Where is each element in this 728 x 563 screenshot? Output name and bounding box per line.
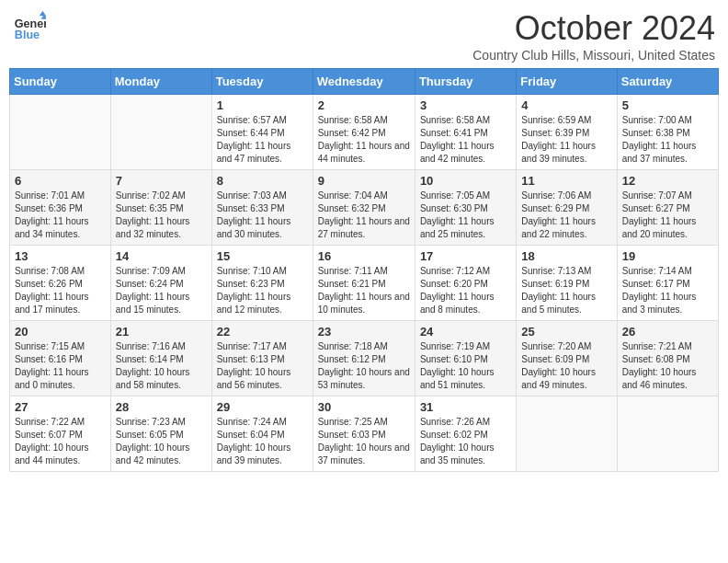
calendar-cell: 4 Sunrise: 6:59 AMSunset: 6:39 PMDayligh…: [517, 95, 617, 170]
week-row-2: 6 Sunrise: 7:01 AMSunset: 6:36 PMDayligh…: [10, 170, 719, 246]
day-info: Sunrise: 7:18 AMSunset: 6:12 PMDaylight:…: [318, 340, 410, 392]
calendar-cell: [617, 396, 718, 472]
calendar-cell: 15 Sunrise: 7:10 AMSunset: 6:23 PMDaylig…: [211, 246, 313, 321]
calendar-cell: [517, 396, 617, 472]
header-tuesday: Tuesday: [211, 69, 313, 95]
calendar-cell: 25 Sunrise: 7:20 AMSunset: 6:09 PMDaylig…: [517, 321, 617, 396]
calendar-cell: 11 Sunrise: 7:06 AMSunset: 6:29 PMDaylig…: [517, 170, 617, 246]
calendar-cell: 1 Sunrise: 6:57 AMSunset: 6:44 PMDayligh…: [211, 95, 313, 170]
day-info: Sunrise: 7:21 AMSunset: 6:08 PMDaylight:…: [622, 340, 713, 392]
calendar-cell: 13 Sunrise: 7:08 AMSunset: 6:26 PMDaylig…: [10, 246, 111, 321]
day-info: Sunrise: 6:58 AMSunset: 6:41 PMDaylight:…: [420, 114, 511, 166]
page-header: General Blue October 2024 Country Club H…: [9, 9, 719, 63]
day-number: 17: [420, 249, 511, 263]
logo: General Blue: [13, 9, 46, 42]
header-saturday: Saturday: [617, 69, 718, 95]
day-info: Sunrise: 7:20 AMSunset: 6:09 PMDaylight:…: [521, 340, 611, 392]
calendar-cell: 16 Sunrise: 7:11 AMSunset: 6:21 PMDaylig…: [313, 246, 415, 321]
day-number: 13: [15, 249, 106, 263]
day-info: Sunrise: 7:13 AMSunset: 6:19 PMDaylight:…: [521, 265, 611, 316]
day-number: 20: [15, 325, 106, 339]
day-info: Sunrise: 7:25 AMSunset: 6:03 PMDaylight:…: [318, 416, 410, 467]
header-thursday: Thursday: [415, 69, 516, 95]
day-info: Sunrise: 7:06 AMSunset: 6:29 PMDaylight:…: [521, 190, 611, 241]
title-block: October 2024 Country Club Hills, Missour…: [472, 9, 715, 63]
day-number: 8: [217, 174, 308, 188]
week-row-3: 13 Sunrise: 7:08 AMSunset: 6:26 PMDaylig…: [10, 246, 719, 321]
day-info: Sunrise: 7:08 AMSunset: 6:26 PMDaylight:…: [15, 265, 106, 316]
calendar-cell: 14 Sunrise: 7:09 AMSunset: 6:24 PMDaylig…: [110, 246, 211, 321]
day-number: 29: [217, 400, 308, 414]
header-sunday: Sunday: [10, 69, 111, 95]
day-number: 31: [420, 400, 511, 414]
day-number: 26: [622, 325, 713, 339]
day-number: 2: [318, 98, 410, 112]
calendar-cell: 24 Sunrise: 7:19 AMSunset: 6:10 PMDaylig…: [415, 321, 516, 396]
calendar-cell: 20 Sunrise: 7:15 AMSunset: 6:16 PMDaylig…: [10, 321, 111, 396]
calendar-cell: 17 Sunrise: 7:12 AMSunset: 6:20 PMDaylig…: [415, 246, 516, 321]
calendar-cell: 23 Sunrise: 7:18 AMSunset: 6:12 PMDaylig…: [313, 321, 415, 396]
day-number: 1: [217, 98, 308, 112]
day-number: 25: [521, 325, 611, 339]
header-wednesday: Wednesday: [313, 69, 415, 95]
calendar-cell: 28 Sunrise: 7:23 AMSunset: 6:05 PMDaylig…: [110, 396, 211, 472]
day-number: 11: [521, 174, 611, 188]
calendar-cell: 10 Sunrise: 7:05 AMSunset: 6:30 PMDaylig…: [415, 170, 516, 246]
calendar-cell: 8 Sunrise: 7:03 AMSunset: 6:33 PMDayligh…: [211, 170, 313, 246]
day-info: Sunrise: 7:16 AMSunset: 6:14 PMDaylight:…: [116, 340, 207, 392]
calendar-cell: 31 Sunrise: 7:26 AMSunset: 6:02 PMDaylig…: [415, 396, 516, 472]
day-info: Sunrise: 7:10 AMSunset: 6:23 PMDaylight:…: [217, 265, 308, 316]
calendar-cell: 27 Sunrise: 7:22 AMSunset: 6:07 PMDaylig…: [10, 396, 111, 472]
calendar-cell: 2 Sunrise: 6:58 AMSunset: 6:42 PMDayligh…: [313, 95, 415, 170]
day-number: 15: [217, 249, 308, 263]
calendar-cell: 22 Sunrise: 7:17 AMSunset: 6:13 PMDaylig…: [211, 321, 313, 396]
calendar-cell: 6 Sunrise: 7:01 AMSunset: 6:36 PMDayligh…: [10, 170, 111, 246]
day-number: 28: [116, 400, 207, 414]
day-number: 30: [318, 400, 410, 414]
day-number: 23: [318, 325, 410, 339]
calendar-cell: 7 Sunrise: 7:02 AMSunset: 6:35 PMDayligh…: [110, 170, 211, 246]
logo-icon: General Blue: [13, 9, 46, 42]
day-info: Sunrise: 7:26 AMSunset: 6:02 PMDaylight:…: [420, 416, 511, 467]
week-row-1: 1 Sunrise: 6:57 AMSunset: 6:44 PMDayligh…: [10, 95, 719, 170]
day-number: 19: [622, 249, 713, 263]
day-number: 16: [318, 249, 410, 263]
day-info: Sunrise: 7:22 AMSunset: 6:07 PMDaylight:…: [15, 416, 106, 467]
location-subtitle: Country Club Hills, Missouri, United Sta…: [472, 48, 715, 63]
day-info: Sunrise: 7:02 AMSunset: 6:35 PMDaylight:…: [116, 190, 207, 241]
day-info: Sunrise: 7:01 AMSunset: 6:36 PMDaylight:…: [15, 190, 106, 241]
day-info: Sunrise: 7:12 AMSunset: 6:20 PMDaylight:…: [420, 265, 511, 316]
day-number: 4: [521, 98, 611, 112]
day-number: 22: [217, 325, 308, 339]
calendar-cell: 30 Sunrise: 7:25 AMSunset: 6:03 PMDaylig…: [313, 396, 415, 472]
calendar-cell: 29 Sunrise: 7:24 AMSunset: 6:04 PMDaylig…: [211, 396, 313, 472]
day-info: Sunrise: 7:09 AMSunset: 6:24 PMDaylight:…: [116, 265, 207, 316]
svg-marker-2: [40, 11, 46, 16]
svg-text:Blue: Blue: [15, 29, 40, 41]
day-info: Sunrise: 7:07 AMSunset: 6:27 PMDaylight:…: [622, 190, 713, 241]
calendar-cell: 3 Sunrise: 6:58 AMSunset: 6:41 PMDayligh…: [415, 95, 516, 170]
day-number: 9: [318, 174, 410, 188]
calendar-cell: [10, 95, 111, 170]
day-number: 27: [15, 400, 106, 414]
day-info: Sunrise: 7:14 AMSunset: 6:17 PMDaylight:…: [622, 265, 713, 316]
day-number: 6: [15, 174, 106, 188]
day-number: 18: [521, 249, 611, 263]
calendar-cell: 21 Sunrise: 7:16 AMSunset: 6:14 PMDaylig…: [110, 321, 211, 396]
calendar-cell: 12 Sunrise: 7:07 AMSunset: 6:27 PMDaylig…: [617, 170, 718, 246]
day-number: 21: [116, 325, 207, 339]
day-info: Sunrise: 7:03 AMSunset: 6:33 PMDaylight:…: [217, 190, 308, 241]
calendar-header-row: SundayMondayTuesdayWednesdayThursdayFrid…: [10, 69, 719, 95]
day-info: Sunrise: 7:15 AMSunset: 6:16 PMDaylight:…: [15, 340, 106, 392]
calendar-cell: 19 Sunrise: 7:14 AMSunset: 6:17 PMDaylig…: [617, 246, 718, 321]
day-info: Sunrise: 7:23 AMSunset: 6:05 PMDaylight:…: [116, 416, 207, 467]
calendar-cell: 26 Sunrise: 7:21 AMSunset: 6:08 PMDaylig…: [617, 321, 718, 396]
day-info: Sunrise: 7:24 AMSunset: 6:04 PMDaylight:…: [217, 416, 308, 467]
day-number: 10: [420, 174, 511, 188]
day-number: 3: [420, 98, 511, 112]
week-row-5: 27 Sunrise: 7:22 AMSunset: 6:07 PMDaylig…: [10, 396, 719, 472]
week-row-4: 20 Sunrise: 7:15 AMSunset: 6:16 PMDaylig…: [10, 321, 719, 396]
header-friday: Friday: [517, 69, 617, 95]
day-number: 24: [420, 325, 511, 339]
day-info: Sunrise: 7:17 AMSunset: 6:13 PMDaylight:…: [217, 340, 308, 392]
